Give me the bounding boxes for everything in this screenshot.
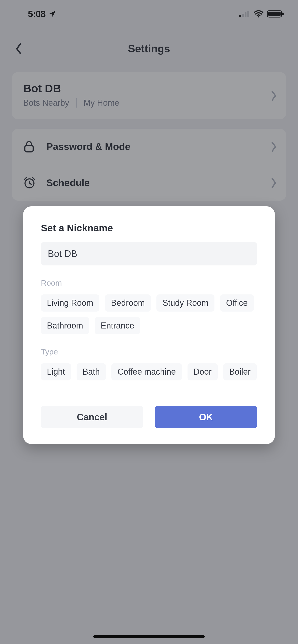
ok-button[interactable]: OK <box>155 406 257 428</box>
room-chip-bedroom[interactable]: Bedroom <box>105 294 151 312</box>
room-chip-bathroom[interactable]: Bathroom <box>41 317 89 334</box>
nickname-input[interactable] <box>41 242 257 266</box>
room-chip-office[interactable]: Office <box>220 294 254 312</box>
type-chip-boiler[interactable]: Boiler <box>223 363 257 380</box>
room-section-label: Room <box>41 278 257 288</box>
type-section-label: Type <box>41 347 257 356</box>
type-chips: Light Bath Coffee machine Door Boiler <box>41 363 257 380</box>
room-chips: Living Room Bedroom Study Room Office Ba… <box>41 294 257 334</box>
dialog-actions: Cancel OK <box>41 406 257 428</box>
room-chip-entrance[interactable]: Entrance <box>95 317 140 334</box>
type-chip-coffee-machine[interactable]: Coffee machine <box>111 363 182 380</box>
room-chip-study-room[interactable]: Study Room <box>156 294 214 312</box>
type-chip-light[interactable]: Light <box>41 363 71 380</box>
room-chip-living-room[interactable]: Living Room <box>41 294 99 312</box>
type-chip-door[interactable]: Door <box>187 363 218 380</box>
home-indicator[interactable] <box>93 635 205 638</box>
cancel-button[interactable]: Cancel <box>41 406 143 428</box>
dialog-title: Set a Nickname <box>41 222 257 234</box>
nickname-dialog: Set a Nickname Room Living Room Bedroom … <box>23 206 275 444</box>
type-chip-bath[interactable]: Bath <box>77 363 106 380</box>
